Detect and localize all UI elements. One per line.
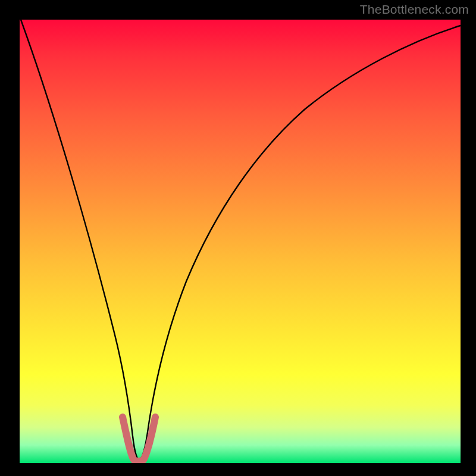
- plot-area: [20, 20, 461, 463]
- highlight-segment: [123, 417, 155, 461]
- curve-layer: [20, 20, 461, 463]
- watermark-text: TheBottleneck.com: [360, 2, 469, 17]
- bottleneck-curve: [21, 20, 461, 460]
- chart-frame: TheBottleneck.com: [0, 0, 476, 476]
